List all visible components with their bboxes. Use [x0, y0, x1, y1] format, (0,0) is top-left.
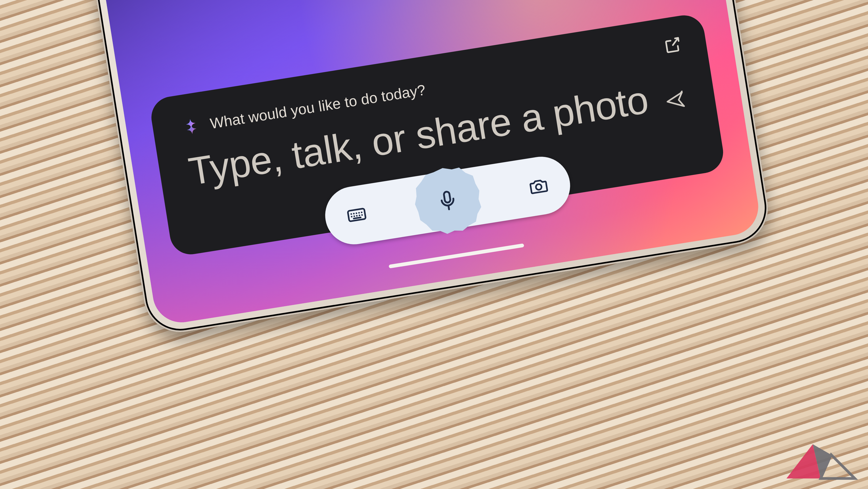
microphone-button[interactable] [408, 162, 487, 240]
keyboard-button[interactable] [345, 203, 369, 227]
phone-frame: What would you like to do today? Type, t… [39, 0, 773, 337]
camera-button[interactable] [527, 174, 551, 198]
send-button[interactable] [663, 88, 687, 113]
camera-icon [527, 174, 551, 198]
svg-rect-13 [443, 192, 451, 203]
phone-screen: What would you like to do today? Type, t… [50, 0, 762, 326]
svg-line-14 [448, 205, 449, 209]
microphone-icon [434, 187, 461, 214]
svg-line-12 [354, 218, 361, 219]
svg-rect-1 [348, 208, 366, 222]
assistant-card: What would you like to do today? Type, t… [148, 12, 726, 257]
sparkle-icon [181, 116, 202, 137]
open-in-new-button[interactable] [662, 34, 684, 56]
open-in-new-icon [662, 34, 684, 56]
gesture-nav-bar[interactable] [389, 243, 524, 268]
keyboard-icon [345, 203, 369, 227]
send-icon [663, 88, 687, 113]
svg-point-15 [535, 184, 542, 190]
site-watermark [781, 439, 860, 484]
